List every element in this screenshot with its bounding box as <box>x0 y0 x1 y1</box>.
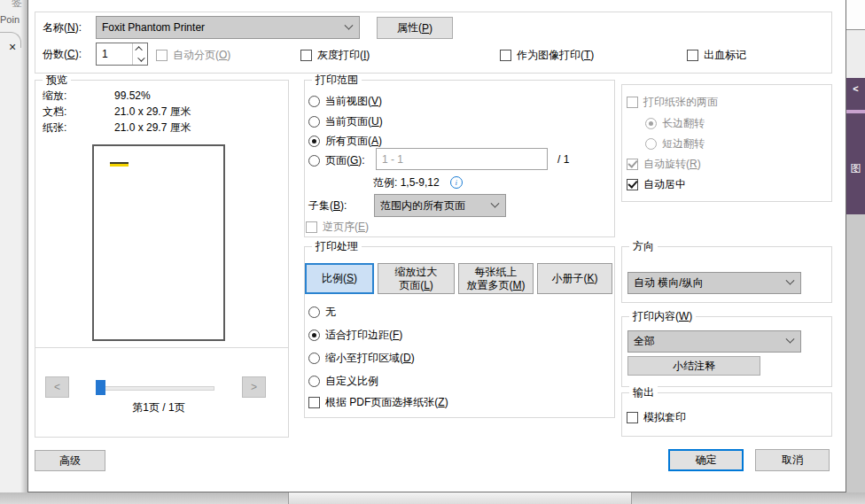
simulate-overprint-label: 模拟套印 <box>643 410 686 425</box>
print-content-title: 打印内容(W) <box>629 310 696 323</box>
pages-example-row: 范例: 1,5-9,12 <box>373 175 463 190</box>
subset-select[interactable]: 范围内的所有页面 <box>374 194 506 217</box>
checkbox-icon <box>306 221 317 233</box>
next-page-button[interactable]: > <box>242 376 266 398</box>
simulate-overprint-checkbox[interactable]: 模拟套印 <box>627 410 686 424</box>
point-label: Poin <box>0 14 19 25</box>
document-size-value: 21.0 x 29.7 厘米 <box>114 105 191 119</box>
checkbox-icon <box>627 412 638 423</box>
preview-group-title: 预览 <box>43 74 71 87</box>
background-left-panel: 签 Poin × <box>0 0 27 504</box>
tab-booklet-label: 小册子(K) <box>551 272 597 285</box>
printer-name-select[interactable]: Foxit Phantom Printer <box>96 16 360 39</box>
grayscale-checkbox[interactable]: 灰度打印(I) <box>300 48 370 62</box>
auto-center-label: 自动居中 <box>643 177 686 192</box>
properties-button[interactable]: 属性(P) <box>377 17 453 39</box>
bleed-marks-checkbox[interactable]: 出血标记 <box>687 48 746 62</box>
cancel-button[interactable]: 取消 <box>755 449 830 471</box>
page-slider-track[interactable] <box>97 386 214 391</box>
preview-separator <box>35 347 288 348</box>
print-content-value: 全部 <box>634 334 787 349</box>
paper-by-pdf-checkbox[interactable]: 根据 PDF页面选择纸张(Z) <box>308 395 448 409</box>
pages-label: 页面(G): <box>325 153 365 168</box>
collate-label: 自动分页(O) <box>173 48 230 63</box>
pages-total-label: / 1 <box>557 152 569 167</box>
close-icon[interactable]: × <box>9 40 16 54</box>
dock-divider <box>846 110 865 113</box>
print-content-select[interactable]: 全部 <box>627 330 801 353</box>
orientation-select[interactable]: 自动 横向/纵向 <box>627 272 801 294</box>
spin-down-icon[interactable] <box>133 54 147 65</box>
tab-oversized-pages[interactable]: 缩放过大 页面(L) <box>378 263 455 294</box>
summarize-comments-button[interactable]: 小结注释 <box>627 356 760 376</box>
radio-icon <box>308 306 320 318</box>
page-preview-thumbnail <box>92 144 225 341</box>
tab-multiple-line1: 每张纸上 <box>475 266 518 279</box>
shrink-area-label: 缩小至打印区域(D) <box>325 351 415 366</box>
radio-icon <box>645 118 657 129</box>
grayscale-label: 灰度打印(I) <box>317 48 370 63</box>
radio-shrink-area[interactable]: 缩小至打印区域(D) <box>308 351 415 365</box>
radio-flip-short: 短边翻转 <box>645 136 705 151</box>
chevron-down-icon <box>491 198 500 207</box>
fit-margins-label: 适合打印边距(F) <box>325 328 402 343</box>
print-handling-title: 打印处理 <box>312 240 362 253</box>
checkbox-icon <box>627 159 638 170</box>
zoom-value: 99.52% <box>114 89 151 103</box>
tab-booklet[interactable]: 小册子(K) <box>537 263 612 294</box>
highlighted-text-mark <box>110 162 129 167</box>
dialog-shadow <box>20 0 27 504</box>
dock-tab-label[interactable]: 图 <box>846 161 865 176</box>
radio-icon <box>308 376 320 387</box>
copies-value: 1 <box>97 43 132 65</box>
info-icon[interactable] <box>450 176 463 189</box>
collate-checkbox: 自动分页(O) <box>156 48 230 62</box>
collapse-chevron-icon[interactable]: < <box>846 83 865 94</box>
checkbox-icon <box>308 397 320 408</box>
right-dock-panel: < 图 <box>846 78 865 214</box>
radio-current-view[interactable]: 当前视图(V) <box>308 94 382 108</box>
right-panel-top <box>846 0 865 30</box>
paper-by-pdf-label: 根据 PDF页面选择纸张(Z) <box>325 395 448 410</box>
tab-multiple-per-sheet[interactable]: 每张纸上 放置多页(M) <box>458 263 534 294</box>
pages-input[interactable]: 1 - 1 <box>376 148 548 170</box>
previous-page-button[interactable]: < <box>45 376 69 398</box>
background-right-panel: < 图 <box>846 0 865 504</box>
checkbox-icon <box>687 50 698 61</box>
chevron-down-icon <box>345 20 354 29</box>
tab-scale-label: 比例(S) <box>322 272 357 285</box>
document-size-label: 文档: <box>43 105 66 119</box>
radio-fit-margins[interactable]: 适合打印边距(F) <box>308 328 402 342</box>
printer-name-value: Foxit Phantom Printer <box>102 21 346 34</box>
screen: 签 Poin × < 图 名称(N): Foxit Phantom Printe… <box>0 0 865 504</box>
copies-stepper[interactable]: 1 <box>96 43 148 66</box>
background-status-bar <box>0 492 865 504</box>
spin-up-icon[interactable] <box>133 43 147 54</box>
reverse-pages-checkbox: 逆页序(E) <box>306 220 369 234</box>
radio-all-pages[interactable]: 所有页面(A) <box>308 134 382 148</box>
tab-scale[interactable]: 比例(S) <box>305 263 374 294</box>
radio-current-page[interactable]: 当前页面(U) <box>308 114 383 128</box>
pages-example-label: 范例: 1,5-9,12 <box>373 175 440 190</box>
checkbox-icon <box>627 97 638 108</box>
chevron-down-icon <box>786 276 795 285</box>
paper-size-label: 纸张: <box>43 120 66 135</box>
print-as-image-checkbox[interactable]: 作为图像打印(T) <box>500 48 594 62</box>
current-page-label: 当前页面(U) <box>325 114 383 129</box>
auto-center-checkbox[interactable]: 自动居中 <box>627 177 686 191</box>
subset-label: 子集(B): <box>308 198 347 213</box>
page-indicator: 第1页 / 1页 <box>92 400 225 415</box>
status-bar-middle-pane <box>288 492 632 504</box>
chevron-down-icon <box>786 335 795 344</box>
orientation-value: 自动 横向/纵向 <box>634 275 787 291</box>
printer-name-label: 名称(N): <box>43 20 82 35</box>
radio-custom-scale[interactable]: 自定义比例 <box>308 374 378 388</box>
tab-oversized-line1: 缩放过大 <box>395 266 438 279</box>
subset-value: 范围内的所有页面 <box>380 198 492 213</box>
radio-scale-none[interactable]: 无 <box>308 305 336 319</box>
page-slider-handle[interactable] <box>96 380 105 395</box>
advanced-button[interactable]: 高级 <box>35 450 105 471</box>
radio-pages[interactable]: 页面(G): <box>308 153 365 167</box>
ok-button[interactable]: 确定 <box>668 449 744 471</box>
paper-size-value: 21.0 x 29.7 厘米 <box>114 120 191 135</box>
